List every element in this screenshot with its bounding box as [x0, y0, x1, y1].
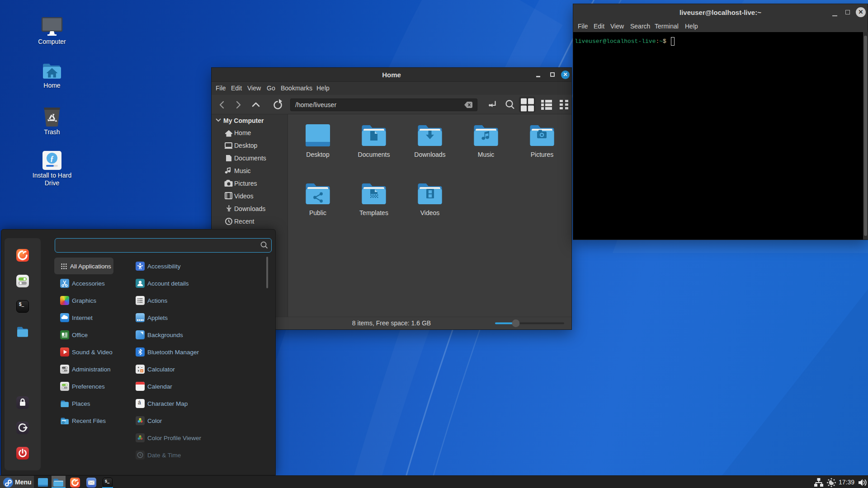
- svg-text:ƒ: ƒ: [50, 154, 54, 163]
